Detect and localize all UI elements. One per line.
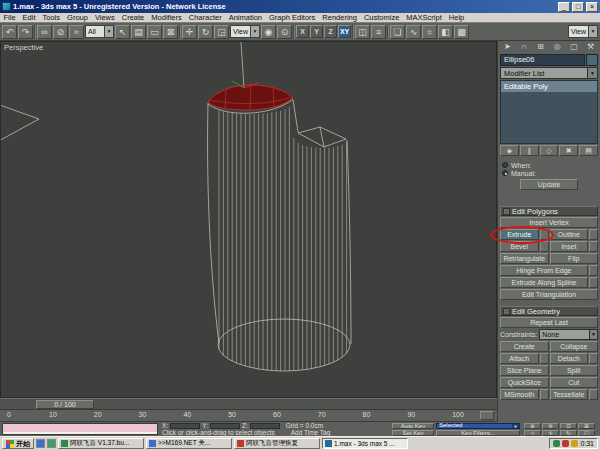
listener-script-line[interactable] [3,432,157,435]
render-scene-button[interactable]: ▩ [454,25,469,39]
manipulate-button[interactable]: ⊙ [277,25,292,39]
axis-x-button[interactable]: X [296,25,309,38]
task-button[interactable]: >>M169.NET 关... [146,438,232,449]
extrude-button[interactable]: Extrude [500,229,539,240]
mirror-button[interactable]: ◫ [355,25,370,39]
menu-item-views[interactable]: Views [91,13,118,23]
viewport-perspective[interactable]: Perspective [0,41,497,398]
object-name-field[interactable]: Ellipse06 [500,54,585,66]
manually-option[interactable]: Manual: [502,169,596,177]
menu-item-rendering[interactable]: Rendering [319,13,361,23]
quickslice-button[interactable]: QuickSlice [500,377,549,388]
zoom-all-icon[interactable]: ⊛ [542,423,559,429]
rotate-button[interactable]: ↻ [198,25,213,39]
chevron-down-icon[interactable]: ▼ [104,26,113,37]
hinge-from-edge-button[interactable]: Hinge From Edge [500,265,588,276]
msmooth-settings-button[interactable] [540,389,549,400]
modifier-stack[interactable]: Editable Poly [500,80,598,144]
bevel-settings-button[interactable] [540,241,549,252]
split-button[interactable]: Split [550,365,599,376]
menu-item-modifiers[interactable]: Modifiers [148,13,185,23]
transform-gizmo[interactable] [232,42,258,88]
mini-curve-editor-button[interactable] [480,411,494,420]
material-editor-button[interactable]: ◧ [438,25,453,39]
menu-item-help[interactable]: Help [445,13,467,23]
menu-item-create[interactable]: Create [118,13,148,23]
radio-icon[interactable] [502,170,508,176]
extrude-along-spline-button[interactable]: Extrude Along Spline [500,277,588,288]
maximize-button[interactable]: □ [572,2,584,12]
selected-dropdown[interactable]: Selected ▼ [436,423,520,430]
flip-button[interactable]: Flip [550,253,599,264]
inset-button[interactable]: Inset [550,241,589,252]
listener-macro-line[interactable] [3,424,157,432]
axis-z-button[interactable]: Z [324,25,337,38]
time-slider[interactable]: 0 / 100 [0,398,497,410]
bind-spacewarp-button[interactable]: ≈ [69,25,84,39]
chevron-down-icon[interactable]: ▼ [512,424,519,429]
show-end-result-button[interactable]: ∥ [520,145,539,156]
menu-item-character[interactable]: Character [185,13,225,23]
motion-tab-icon[interactable]: ◎ [549,41,566,53]
zoom-icon[interactable]: ⊕ [524,423,541,429]
attach-settings-button[interactable] [540,353,549,364]
task-button[interactable]: 阿联飞音管理恢复 [234,438,320,449]
track-bar[interactable]: 0 10 20 30 40 50 60 70 80 90 100 [0,410,497,422]
repeat-last-button[interactable]: Repeat Last [500,317,598,328]
undo-button[interactable]: ↶ [2,25,17,39]
edit-triangulation-button[interactable]: Edit Triangulation [500,289,598,300]
menu-item-edit[interactable]: Edit [19,13,39,23]
hinge-settings-button[interactable] [589,265,598,276]
select-by-name-button[interactable]: ▤ [131,25,146,39]
menu-item-group[interactable]: Group [64,13,92,23]
move-button[interactable]: ✛ [182,25,197,39]
create-tab-icon[interactable]: ➤ [499,41,516,53]
menu-item-graph-editors[interactable]: Graph Editors [266,13,319,23]
bevel-button[interactable]: Bevel [500,241,539,252]
collapse-icon[interactable]: - [503,208,510,215]
outline-settings-button[interactable] [589,229,598,240]
menu-item-file[interactable]: File [0,13,19,23]
edit-polygons-rollout-header[interactable]: - Edit Polygons [500,206,598,216]
tray-icon[interactable] [553,440,560,447]
axis-y-button[interactable]: Y [310,25,323,38]
menu-item-maxscript[interactable]: MAXScript [403,13,445,23]
extrude-along-spline-settings-button[interactable] [589,277,598,288]
maxscript-mini-listener[interactable] [2,423,158,435]
crossing-select-button[interactable]: ⊠ [163,25,178,39]
attach-button[interactable]: Attach [500,353,539,364]
select-link-button[interactable]: ∞ [37,25,52,39]
cut-button[interactable]: Cut [550,377,599,388]
make-unique-button[interactable]: ◇ [540,145,559,156]
detach-settings-button[interactable] [589,353,598,364]
tessellate-button[interactable]: Tessellate [550,389,589,400]
extrude-settings-button[interactable] [540,229,549,240]
constraints-dropdown[interactable]: None ▼ [539,329,598,340]
create-button[interactable]: Create [500,341,549,352]
utilities-tab-icon[interactable]: ⚒ [582,41,599,53]
task-button[interactable]: 阿联飞音 V1.37.bu... [58,438,144,449]
auto-key-button[interactable]: Auto Key [392,423,434,430]
tray-icon[interactable] [571,440,578,447]
tray-icon[interactable] [562,440,569,447]
viewport-label[interactable]: Perspective [4,43,43,52]
coord-y-field[interactable] [210,423,240,429]
select-object-button[interactable]: ↖ [115,25,130,39]
zoom-extents-icon[interactable]: ⊡ [560,423,577,429]
scale-button[interactable]: ◲ [214,25,229,39]
minimize-button[interactable]: _ [558,2,570,12]
chevron-down-icon[interactable]: ▼ [250,26,259,37]
detach-button[interactable]: Detach [550,353,589,364]
collapse-icon[interactable]: - [503,308,510,315]
display-tab-icon[interactable]: ▢ [566,41,583,53]
add-time-tag[interactable]: Add Time Tag [291,429,331,436]
menu-item-tools[interactable]: Tools [39,13,64,23]
slice-plane-button[interactable]: Slice Plane [500,365,549,376]
coord-x-field[interactable] [170,423,200,429]
modify-tab-icon[interactable]: ∩ [516,41,533,53]
chevron-down-icon[interactable]: ▼ [589,330,597,339]
modifier-list-dropdown[interactable]: Modifier List ▼ [500,67,598,79]
coord-z-field[interactable] [250,423,280,429]
chevron-down-icon[interactable]: ▼ [588,26,597,37]
unlink-button[interactable]: ⊘ [53,25,68,39]
